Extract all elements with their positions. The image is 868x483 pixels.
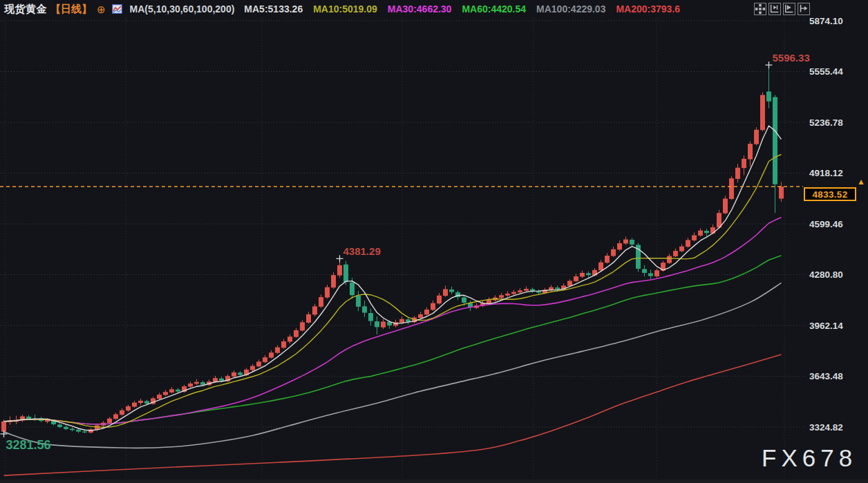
candle-body bbox=[673, 251, 678, 256]
candle-body bbox=[194, 382, 199, 384]
candle-body bbox=[306, 314, 311, 323]
candle-body bbox=[356, 296, 361, 307]
candle-body bbox=[710, 227, 715, 234]
candle-body bbox=[70, 428, 75, 430]
candle-body bbox=[748, 144, 753, 159]
chart-header: 现货黄金 【日线】 ⊕ MA(5,10,30,60,100,200) MA5:5… bbox=[0, 0, 868, 18]
candle-body bbox=[424, 310, 429, 314]
candle-body bbox=[773, 97, 777, 184]
annotation-low: 3281.56 bbox=[6, 438, 51, 453]
last-price-badge: 4833.52 bbox=[804, 187, 856, 201]
candle-body bbox=[555, 287, 560, 289]
candle-body bbox=[82, 431, 87, 432]
candle-body bbox=[263, 357, 267, 362]
candle-body bbox=[505, 294, 510, 296]
candle-body bbox=[362, 306, 367, 312]
candle-body bbox=[113, 415, 118, 419]
candle-body bbox=[319, 297, 323, 307]
ma30-line bbox=[4, 218, 782, 424]
axis-price-label: 4280.80 bbox=[809, 269, 843, 280]
candle-body bbox=[250, 366, 255, 370]
candle-body bbox=[275, 348, 280, 353]
candle-body bbox=[760, 95, 765, 131]
ma-value: MA60:4420.54 bbox=[462, 3, 526, 15]
candle-body bbox=[648, 273, 653, 276]
candle-body bbox=[331, 275, 336, 287]
candle-body bbox=[511, 292, 516, 294]
candle-body bbox=[126, 406, 131, 410]
candle-body bbox=[437, 296, 442, 304]
candle-body bbox=[132, 403, 137, 407]
candle-body bbox=[574, 276, 578, 281]
candle-body bbox=[524, 289, 529, 291]
candle-body bbox=[300, 322, 305, 330]
candle-body bbox=[256, 361, 261, 366]
candle-body bbox=[64, 427, 68, 429]
candle-body bbox=[157, 395, 162, 399]
candle-body bbox=[200, 382, 205, 385]
candle-body bbox=[779, 187, 784, 198]
candle-body bbox=[487, 300, 491, 303]
candle-body bbox=[375, 321, 379, 327]
expand-icon[interactable]: ⊕ bbox=[97, 4, 106, 15]
candle-body bbox=[269, 352, 274, 357]
candle-body bbox=[163, 392, 168, 395]
candle-body bbox=[399, 319, 404, 323]
chart-toolbar bbox=[754, 3, 810, 15]
candle-body bbox=[443, 289, 448, 296]
candle-body bbox=[1, 422, 6, 432]
axis-price-label: 4918.12 bbox=[809, 168, 843, 178]
ma-values-row: MA5:5133.26MA10:5019.09MA30:4662.30MA60:… bbox=[244, 3, 680, 15]
candle-body bbox=[605, 256, 610, 263]
candle-body bbox=[679, 247, 684, 252]
candle-body bbox=[107, 419, 112, 423]
candle-body bbox=[281, 341, 286, 348]
annotation-swing-high: 4381.29 bbox=[343, 245, 381, 257]
candle-body bbox=[586, 273, 591, 275]
candle-body bbox=[698, 231, 703, 236]
axis-price-label: 5236.78 bbox=[809, 117, 843, 128]
candle-body bbox=[642, 269, 647, 273]
candle-body bbox=[325, 287, 330, 298]
candle-body bbox=[754, 130, 759, 144]
candle-body bbox=[686, 240, 690, 247]
candle-body bbox=[294, 330, 299, 337]
candle-body bbox=[120, 410, 124, 415]
watermark: FX678 bbox=[762, 444, 857, 472]
go-to-latest-icon[interactable] bbox=[798, 3, 810, 15]
candle-body bbox=[176, 390, 180, 392]
candle-body bbox=[213, 378, 218, 382]
candle-body bbox=[381, 321, 386, 327]
candle-body bbox=[630, 240, 634, 245]
axis-price-label: 5555.44 bbox=[809, 66, 843, 77]
candle-body bbox=[312, 306, 317, 314]
scale-to-start-icon[interactable] bbox=[768, 3, 781, 15]
candle-body bbox=[598, 263, 603, 271]
axis-price-label: 4599.46 bbox=[809, 219, 843, 229]
candle-body bbox=[735, 168, 740, 179]
candle-body bbox=[729, 178, 734, 199]
auto-scroll-icon[interactable] bbox=[783, 3, 795, 15]
last-price-value: 4833.52 bbox=[813, 189, 848, 200]
move-tool-icon[interactable] bbox=[754, 3, 766, 15]
candle-body bbox=[287, 337, 292, 341]
symbol-title: 现货黄金 bbox=[4, 3, 47, 16]
candle-body bbox=[704, 231, 709, 233]
interval-label: 【日线】 bbox=[50, 3, 92, 16]
ma-settings-label: MA(5,10,30,60,100,200) bbox=[130, 3, 235, 15]
candle-body bbox=[692, 235, 697, 240]
candle-body bbox=[144, 401, 149, 404]
price-chart[interactable]: 5874.105555.445236.784918.124599.464280.… bbox=[0, 0, 868, 483]
candle-body bbox=[499, 295, 504, 298]
ma5-line bbox=[4, 126, 782, 430]
candle-body bbox=[350, 283, 355, 295]
candle-body bbox=[45, 420, 50, 422]
candle-body bbox=[418, 314, 423, 318]
candle-body bbox=[138, 401, 143, 403]
candle-body bbox=[449, 290, 454, 292]
annotation-high: 5596.33 bbox=[773, 52, 810, 64]
candle-body bbox=[238, 372, 243, 375]
axis-price-label: 3962.14 bbox=[809, 321, 843, 331]
candle-body bbox=[518, 290, 522, 292]
candle-body bbox=[580, 273, 585, 277]
